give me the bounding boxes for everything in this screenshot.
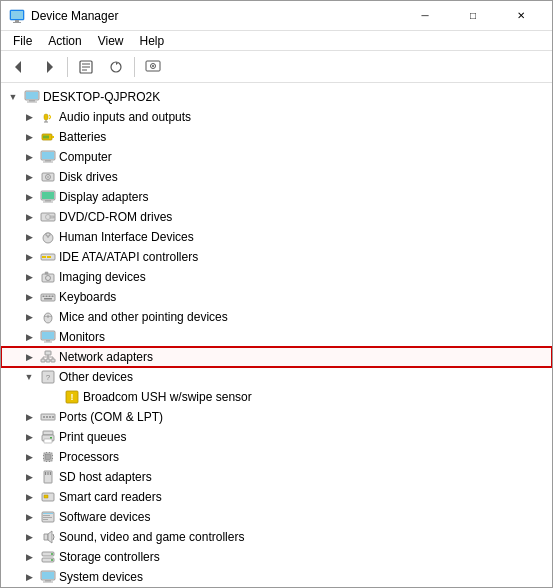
tree-root[interactable]: ▼ DESKTOP-QJPRO2K (1, 87, 552, 107)
svg-rect-63 (51, 359, 55, 362)
tree-item-ports[interactable]: ▶ Ports (COM & LPT) (1, 407, 552, 427)
svg-rect-93 (47, 472, 48, 475)
expand-printqueues[interactable]: ▶ (21, 429, 37, 445)
menu-file[interactable]: File (5, 32, 40, 50)
dvd-icon (40, 209, 56, 225)
expand-mice[interactable]: ▶ (21, 309, 37, 325)
tree-item-broadcom[interactable]: ▶ ! Broadcom USH w/swipe sensor (1, 387, 552, 407)
tree-item-storage[interactable]: ▶ Storage controllers (1, 547, 552, 567)
imaging-label: Imaging devices (59, 270, 146, 284)
menu-action[interactable]: Action (40, 32, 89, 50)
tree-item-keyboards[interactable]: ▶ Keyboards (1, 287, 552, 307)
tree-item-batteries[interactable]: ▶ Batteries (1, 127, 552, 147)
svg-rect-80 (50, 437, 52, 439)
minimize-button[interactable]: ─ (402, 1, 448, 31)
tree-item-printqueues[interactable]: ▶ Print queues (1, 427, 552, 447)
tree-item-sound[interactable]: ▶ Sound, video and game controllers (1, 527, 552, 547)
expand-imaging[interactable]: ▶ (21, 269, 37, 285)
tree-item-processors[interactable]: ▶ Processors (1, 447, 552, 467)
tree-item-dvd[interactable]: ▶ DVD/CD-ROM drives (1, 207, 552, 227)
other-icon: ? (40, 369, 56, 385)
processors-label: Processors (59, 450, 119, 464)
toolbar-back-button[interactable] (5, 54, 33, 80)
svg-point-30 (47, 176, 49, 178)
tree-item-smartcard[interactable]: ▶ Smart card readers (1, 487, 552, 507)
display-label: Display adapters (59, 190, 148, 204)
svg-rect-109 (42, 572, 54, 579)
hid-icon (40, 229, 56, 245)
display-icon (40, 189, 56, 205)
expand-audio[interactable]: ▶ (21, 109, 37, 125)
app-icon (9, 8, 25, 24)
svg-marker-4 (15, 61, 21, 73)
svg-rect-61 (41, 359, 45, 362)
expand-ports[interactable]: ▶ (21, 409, 37, 425)
expand-software[interactable]: ▶ (21, 509, 37, 525)
expand-batteries[interactable]: ▶ (21, 129, 37, 145)
expand-network[interactable]: ▶ (21, 349, 37, 365)
svg-point-13 (152, 65, 154, 67)
svg-rect-43 (47, 256, 51, 258)
expand-keyboards[interactable]: ▶ (21, 289, 37, 305)
tree-item-hid[interactable]: ▶ Human Interface Devices (1, 227, 552, 247)
expand-diskdrives[interactable]: ▶ (21, 169, 37, 185)
close-button[interactable]: ✕ (498, 1, 544, 31)
expand-sdhost[interactable]: ▶ (21, 469, 37, 485)
network-icon (40, 349, 56, 365)
expand-sound[interactable]: ▶ (21, 529, 37, 545)
svg-marker-103 (48, 531, 52, 543)
svg-rect-99 (43, 515, 50, 516)
expand-display[interactable]: ▶ (21, 189, 37, 205)
tree-item-diskdrives[interactable]: ▶ Disk drives (1, 167, 552, 187)
expand-ide[interactable]: ▶ (21, 249, 37, 265)
expand-computer[interactable]: ▶ (21, 149, 37, 165)
expand-other[interactable]: ▼ (21, 369, 37, 385)
tree-item-imaging[interactable]: ▶ Imaging devices (1, 267, 552, 287)
svg-rect-52 (44, 298, 52, 300)
hid-label: Human Interface Devices (59, 230, 194, 244)
tree-item-display[interactable]: ▶ Display adapters (1, 187, 552, 207)
svg-rect-48 (43, 296, 45, 298)
maximize-button[interactable]: □ (450, 1, 496, 31)
svg-rect-51 (52, 296, 54, 298)
expand-smartcard[interactable]: ▶ (21, 489, 37, 505)
expand-storage[interactable]: ▶ (21, 549, 37, 565)
svg-rect-58 (46, 340, 50, 342)
tree-item-monitors[interactable]: ▶ Monitors (1, 327, 552, 347)
mouse-icon (40, 309, 56, 325)
tree-item-sdhost[interactable]: ▶ SD host adapters (1, 467, 552, 487)
tree-item-software[interactable]: ▶ Software devices (1, 507, 552, 527)
audio-icon (40, 109, 56, 125)
svg-rect-87 (49, 452, 50, 453)
menu-view[interactable]: View (90, 32, 132, 50)
computer-icon (24, 89, 40, 105)
svg-point-106 (51, 553, 53, 555)
toolbar-forward-button[interactable] (35, 54, 63, 80)
toolbar-separator-2 (134, 57, 135, 77)
toolbar-show-button[interactable] (139, 54, 167, 80)
toolbar-properties-button[interactable] (72, 54, 100, 80)
expand-dvd[interactable]: ▶ (21, 209, 37, 225)
svg-rect-83 (43, 458, 44, 459)
tree-item-network[interactable]: ▶ Network adapters (1, 347, 552, 367)
tree-item-computer[interactable]: ▶ Computer (1, 147, 552, 167)
tree-item-mice[interactable]: ▶ Mice and other pointing devices (1, 307, 552, 327)
expand-monitors[interactable]: ▶ (21, 329, 37, 345)
port-icon (40, 409, 56, 425)
svg-rect-23 (43, 136, 49, 139)
svg-rect-42 (42, 256, 46, 258)
tree-item-ide[interactable]: ▶ IDE ATA/ATAPI controllers (1, 247, 552, 267)
tree-item-system[interactable]: ▶ System devices (1, 567, 552, 587)
svg-rect-34 (43, 202, 53, 203)
expand-processors[interactable]: ▶ (21, 449, 37, 465)
expand-hid[interactable]: ▶ (21, 229, 37, 245)
tree-area[interactable]: ▼ DESKTOP-QJPRO2K ▶ (1, 83, 552, 587)
tree-item-other[interactable]: ▼ ? Other devices (1, 367, 552, 387)
toolbar-update-button[interactable] (102, 54, 130, 80)
storage-label: Storage controllers (59, 550, 160, 564)
menu-help[interactable]: Help (132, 32, 173, 50)
svg-rect-92 (45, 472, 46, 475)
expand-root[interactable]: ▼ (5, 89, 21, 105)
expand-system[interactable]: ▶ (21, 569, 37, 585)
tree-item-audio[interactable]: ▶ Audio inputs and outputs (1, 107, 552, 127)
